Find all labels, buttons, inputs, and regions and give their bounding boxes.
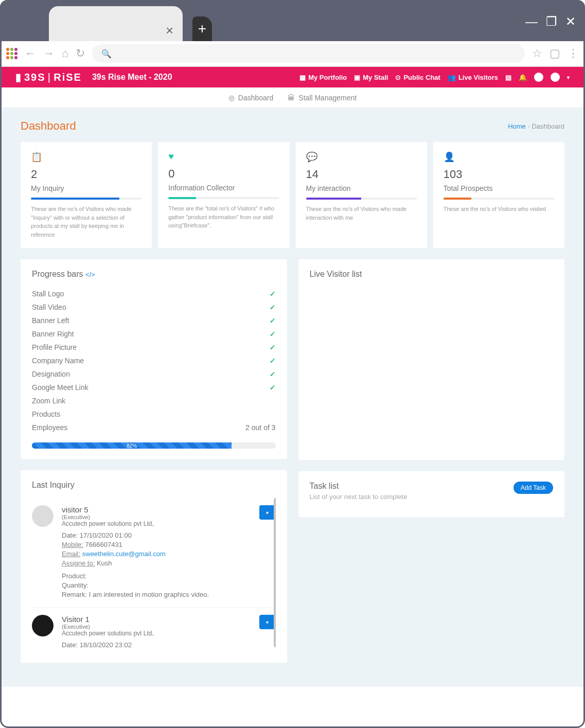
task-list-card: Task list List of your next task to comp… — [298, 471, 565, 517]
progress-row: Stall Logo✓ — [32, 287, 276, 300]
stat-bar — [31, 198, 141, 200]
message-icon[interactable]: ▤ — [505, 74, 511, 81]
progress-row: Banner Left✓ — [32, 314, 276, 327]
progress-row: Banner Right✓ — [32, 327, 276, 341]
inquiry-chat-button[interactable]: ▪ — [259, 615, 276, 629]
inquiry-company: Accutech power solutions pvt Ltd, — [62, 630, 251, 637]
task-list-title: Task list — [310, 482, 513, 491]
forward-icon[interactable]: → — [43, 47, 55, 60]
avatar-1[interactable] — [534, 73, 543, 82]
last-inquiry-title: Last Inquiry — [32, 481, 276, 490]
progress-label: Banner Left — [32, 316, 69, 325]
stat-bar — [444, 198, 554, 200]
close-window-icon[interactable]: ✕ — [565, 14, 576, 29]
overall-progress-bar: 82% — [32, 442, 276, 449]
inquiry-role: (Executive) — [62, 624, 251, 630]
inquiry-chat-button[interactable]: ▪ — [259, 505, 276, 520]
nav-my-stall[interactable]: ▣My Stall — [354, 74, 388, 81]
apps-grid-icon[interactable] — [6, 48, 17, 59]
app-title: 39s Rise Meet - 2020 — [92, 73, 172, 82]
stall-icon: ▣ — [354, 74, 360, 81]
progress-label: Zoom Link — [32, 397, 65, 405]
progress-label: Products — [32, 410, 60, 418]
stat-value: 0 — [168, 167, 279, 181]
inquiry-item: visitor 5 (Executive) Accutech power sol… — [32, 498, 276, 608]
subnav-stall-management[interactable]: 🏛Stall Management — [288, 94, 357, 102]
check-icon: ✓ — [270, 330, 276, 338]
stat-card-1[interactable]: ♥ 0 Information Collector These are the … — [158, 142, 289, 248]
progress-label: Stall Logo — [32, 290, 64, 298]
inquiry-product: Product: — [62, 572, 251, 580]
maximize-icon[interactable]: ❐ — [546, 14, 557, 29]
avatar-2[interactable] — [551, 73, 560, 82]
browser-tab[interactable] — [49, 6, 183, 41]
menu-icon[interactable]: ⋮ — [568, 47, 579, 60]
nav-my-portfolio[interactable]: ▦My Portfolio — [299, 74, 347, 81]
back-icon[interactable]: ← — [25, 47, 36, 60]
inquiry-mobile: Mobile: 7666607431 — [62, 541, 251, 548]
stat-icon: 👤 — [444, 151, 554, 163]
inquiry-role: (Executive) — [62, 514, 251, 520]
stat-icon: ♥ — [168, 151, 279, 162]
inquiry-name: visitor 5 — [62, 505, 251, 514]
search-icon: 🔍 — [101, 49, 112, 59]
breadcrumb: Home › Dashboard — [508, 122, 564, 130]
live-visitor-card: Live Visitor list — [298, 259, 565, 460]
reload-icon[interactable]: ↻ — [76, 47, 85, 60]
stat-label: My interaction — [306, 184, 417, 192]
chat-icon: ⊙ — [395, 74, 401, 81]
progress-row: Products — [32, 407, 276, 421]
progress-row: Stall Video✓ — [32, 300, 276, 314]
new-tab-button[interactable]: + — [192, 16, 212, 41]
stat-icon: 📋 — [31, 151, 141, 163]
check-icon: ✓ — [270, 303, 276, 311]
bookmark-icon[interactable]: ☆ — [532, 47, 542, 60]
stat-card-2[interactable]: 💬 14 My interaction These are the no's o… — [296, 142, 427, 248]
inquiry-avatar — [32, 505, 54, 527]
stat-label: My Inquiry — [31, 184, 141, 192]
progress-label: Designation — [32, 370, 70, 378]
minimize-icon[interactable]: — — [525, 14, 538, 29]
add-task-button[interactable]: Add Task — [513, 482, 553, 494]
stat-value: 2 — [31, 168, 141, 181]
progress-label: Company Name — [32, 357, 84, 365]
task-list-sub: List of your next task to complete — [310, 493, 513, 501]
stat-bar — [168, 197, 279, 199]
nav-public-chat[interactable]: ⊙Public Chat — [395, 74, 440, 81]
stat-desc: These are the "total no's of Visitors" #… — [168, 204, 279, 230]
bell-icon[interactable]: 🔔 — [519, 74, 527, 81]
progress-row: Google Meet Link✓ — [32, 381, 276, 394]
check-icon: ✓ — [270, 383, 276, 392]
tab-close-icon[interactable]: × — [166, 23, 173, 39]
stat-desc: These are the no's of Visitors who made … — [31, 205, 141, 239]
progress-title: Progress bars </> — [32, 270, 276, 279]
inquiry-date: Date: 17/10/2020 01:00 — [62, 531, 251, 539]
nav-live-visitors[interactable]: 👥Live Visitors — [448, 74, 498, 81]
check-icon: ✓ — [270, 316, 276, 325]
progress-row: Designation✓ — [32, 367, 276, 381]
check-icon: ✓ — [270, 343, 276, 351]
stat-card-3[interactable]: 👤 103 Total Prospects These are the no's… — [433, 142, 564, 248]
chevron-down-icon[interactable]: ▾ — [567, 75, 570, 80]
stat-desc: These are the no's of Visitors who made … — [306, 205, 417, 222]
page-title: Dashboard — [21, 119, 76, 133]
home-icon[interactable]: ⌂ — [62, 47, 68, 60]
check-icon: ✓ — [270, 290, 276, 298]
stat-card-0[interactable]: 📋 2 My Inquiry These are the no's of Vis… — [21, 142, 152, 248]
inquiry-quantity: Quantity: — [62, 581, 251, 589]
building-icon: 🏛 — [288, 94, 295, 102]
progress-card: Progress bars </> Stall Logo✓Stall Video… — [21, 259, 287, 459]
stat-value: 14 — [306, 168, 417, 181]
page-icon[interactable]: ▢ — [549, 47, 560, 60]
inquiry-avatar — [32, 615, 54, 636]
progress-row: Zoom Link — [32, 394, 276, 407]
progress-label: Profile Picture — [32, 343, 77, 351]
breadcrumb-home[interactable]: Home — [508, 122, 526, 130]
check-icon: ✓ — [270, 357, 276, 365]
subnav-dashboard[interactable]: ◎Dashboard — [228, 94, 274, 102]
last-inquiry-card: Last Inquiry visitor 5 (Executive) Accut… — [21, 470, 287, 663]
stat-icon: 💬 — [306, 151, 417, 163]
inquiry-remark: Remark: I am interested in motion graphi… — [62, 591, 251, 598]
progress-label: Google Meet Link — [32, 383, 88, 392]
address-bar[interactable]: 🔍 — [92, 44, 525, 63]
